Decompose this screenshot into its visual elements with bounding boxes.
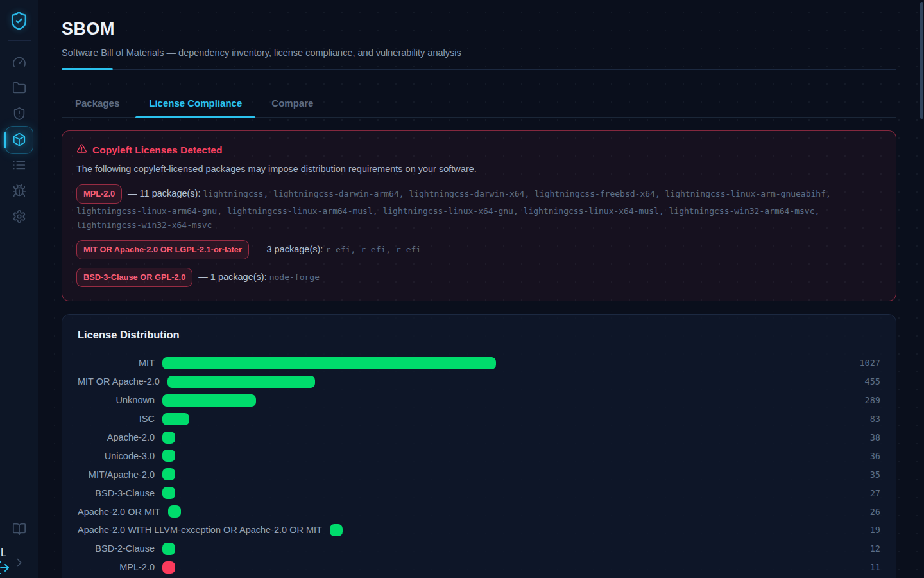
- chart-bar-track: [162, 450, 838, 462]
- gear-icon: [12, 209, 26, 225]
- folder-icon: [12, 81, 26, 97]
- chart-row: Unknown289: [78, 391, 880, 410]
- bug-icon: [12, 184, 26, 200]
- chart-row: MIT1027: [78, 354, 880, 372]
- tab-packages[interactable]: Packages: [62, 92, 133, 117]
- chart-row-value: 36: [838, 451, 880, 461]
- chart-bar-track: [162, 487, 838, 499]
- chart-bar: [168, 505, 181, 518]
- license-group: MIT OR Apache-2.0 OR LGPL-2.1-or-later— …: [76, 240, 882, 259]
- package-list: node-forge: [270, 272, 320, 282]
- sidebar-item-sbom[interactable]: [5, 126, 33, 154]
- sidebar: L: [0, 0, 38, 578]
- chart-row: BSD-3-Clause27: [78, 484, 880, 502]
- chart-bar: [162, 450, 175, 462]
- header-rule: [62, 69, 896, 70]
- chart-row-label: MIT: [78, 358, 155, 368]
- chart-row-value: 38: [838, 432, 880, 442]
- logout-icon[interactable]: [0, 560, 10, 575]
- sidebar-item-reports[interactable]: [5, 153, 33, 179]
- chart-row: MIT/Apache-2.035: [78, 465, 880, 484]
- sidebar-item-docs[interactable]: [5, 517, 33, 543]
- chart-row: Apache-2.0 OR MIT26: [78, 502, 880, 521]
- package-icon: [12, 132, 26, 148]
- tab-license-compliance[interactable]: License Compliance: [135, 92, 255, 117]
- chart-row-value: 27: [838, 488, 880, 498]
- chart-bar: [162, 394, 256, 407]
- chart-row-label: Apache-2.0 WITH LLVM-exception OR Apache…: [78, 525, 322, 535]
- warning-header: Copyleft Licenses Detected: [76, 143, 882, 157]
- sidebar-item-settings[interactable]: [5, 204, 33, 230]
- app-logo[interactable]: [6, 9, 32, 35]
- shield-check-icon: [9, 11, 29, 33]
- sidebar-divider: [8, 40, 31, 41]
- copyleft-warning-panel: Copyleft Licenses Detected The following…: [62, 130, 896, 301]
- chart-rows: MIT1027MIT OR Apache-2.0455Unknown289ISC…: [78, 354, 880, 578]
- warning-title: Copyleft Licenses Detected: [92, 144, 222, 156]
- chart-row-value: 455: [838, 376, 880, 387]
- warning-description: The following copyleft-licensed packages…: [76, 164, 882, 174]
- chart-row-label: Apache-2.0 OR MIT: [78, 507, 160, 517]
- chart-bar-track: [330, 524, 838, 536]
- cutoff-label: L: [1, 548, 6, 559]
- chart-bar: [162, 413, 189, 425]
- chart-row: Apache-2.0 WITH LLVM-exception OR Apache…: [78, 521, 880, 539]
- chart-bar: [162, 543, 175, 555]
- package-count: — 11 package(s):: [128, 188, 203, 198]
- license-group: BSD-3-Clause OR GPL-2.0— 1 package(s): n…: [76, 268, 882, 287]
- chart-bar-track: [167, 376, 838, 388]
- package-list: r-efi, r-efi, r-efi: [325, 245, 421, 254]
- license-badge: MPL-2.0: [76, 184, 122, 204]
- chart-row-label: MIT OR Apache-2.0: [78, 376, 160, 387]
- shield-alert-icon: [12, 107, 26, 123]
- triangle-alert-icon: [76, 143, 87, 157]
- chart-row: MPL-2.011: [78, 558, 880, 577]
- chart-row-label: MPL-2.0: [78, 562, 155, 572]
- main-content: SBOM Software Bill of Materials — depend…: [38, 0, 924, 578]
- chart-row-value: 1027: [838, 358, 880, 368]
- chart-bar-track: [162, 432, 838, 444]
- chart-bar: [330, 524, 343, 536]
- chart-row-label: BSD-3-Clause: [78, 488, 155, 498]
- chart-bar-track: [162, 357, 838, 369]
- tab-bar: PackagesLicense ComplianceCompare: [62, 92, 896, 118]
- tab-compare[interactable]: Compare: [258, 92, 327, 117]
- chart-row-label: Unknown: [78, 395, 155, 405]
- chart-bar-track: [162, 394, 838, 407]
- sidebar-item-issues[interactable]: [5, 179, 33, 204]
- sidebar-footer-nav: [5, 517, 33, 543]
- chart-row-label: BSD-2-Clause: [78, 543, 155, 554]
- license-group: MPL-2.0— 11 package(s): lightningcss, li…: [76, 184, 882, 232]
- chart-row: ISC83: [78, 410, 880, 428]
- chart-bar: [162, 357, 496, 369]
- chart-row-value: 26: [838, 507, 880, 517]
- chart-row-value: 11: [838, 562, 880, 572]
- warning-groups: MPL-2.0— 11 package(s): lightningcss, li…: [76, 184, 882, 287]
- chart-title: License Distribution: [78, 329, 880, 341]
- license-badge: MIT OR Apache-2.0 OR LGPL-2.1-or-later: [76, 240, 249, 259]
- chart-bar-track: [162, 413, 838, 425]
- chart-row-value: 83: [838, 414, 880, 424]
- chart-row-label: Unicode-3.0: [78, 451, 155, 461]
- book-open-icon: [12, 522, 26, 538]
- sidebar-item-vulnerabilities[interactable]: [5, 101, 33, 127]
- app-window: L SBOM Software Bill of Materials — depe…: [0, 0, 924, 578]
- chart-bar: [162, 487, 175, 499]
- license-badge: BSD-3-Clause OR GPL-2.0: [76, 268, 193, 287]
- sidebar-item-dashboard[interactable]: [5, 50, 33, 76]
- chart-row: BSD-2-Clause12: [78, 539, 880, 558]
- chart-row-value: 12: [838, 543, 880, 554]
- gauge-icon: [12, 55, 26, 71]
- vertical-scrollbar[interactable]: [920, 2, 923, 119]
- chart-bar: [162, 468, 175, 480]
- chart-row-value: 289: [838, 395, 880, 405]
- package-count: — 3 package(s):: [255, 244, 325, 254]
- chart-row-value: 35: [838, 469, 880, 480]
- chart-row-label: Apache-2.0: [78, 432, 155, 442]
- package-count: — 1 package(s):: [198, 272, 269, 282]
- list-icon: [12, 158, 26, 174]
- chart-bar: [162, 432, 175, 444]
- chart-row-value: 19: [838, 525, 880, 535]
- sidebar-item-projects[interactable]: [5, 76, 33, 101]
- chart-bar-track: [162, 543, 838, 555]
